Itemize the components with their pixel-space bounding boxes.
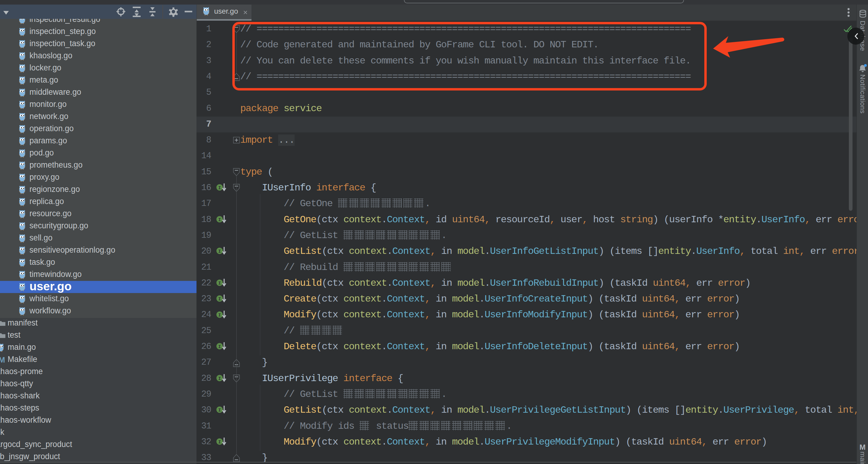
svg-text:I: I (218, 217, 221, 222)
svg-text:I: I (218, 186, 221, 191)
svg-text:I: I (218, 344, 221, 349)
svg-text:I: I (218, 312, 221, 318)
svg-text:I: I (218, 297, 221, 302)
svg-text:I: I (218, 281, 221, 286)
svg-text:I: I (218, 440, 221, 445)
svg-text:I: I (218, 376, 221, 381)
svg-text:I: I (218, 408, 221, 413)
svg-text:I: I (218, 249, 221, 254)
